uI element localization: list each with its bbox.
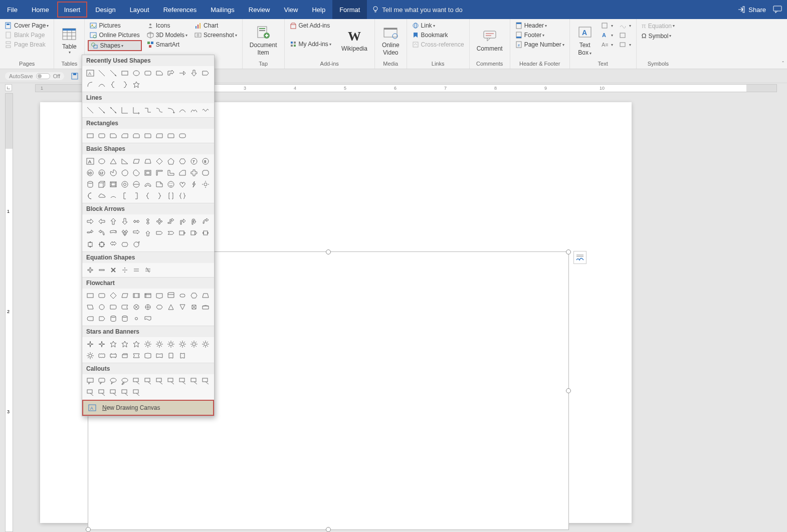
shape-arrows-grid-9[interactable] — [189, 216, 199, 226]
shape-lbrace[interactable] — [108, 80, 118, 90]
shape-textbox2[interactable]: A — [85, 156, 95, 166]
shape-stars-grid-4[interactable] — [131, 339, 141, 349]
shape-flowchart-grid-21[interactable] — [201, 302, 211, 312]
shape-rbrace[interactable] — [120, 80, 130, 90]
vertical-ruler[interactable]: 1 2 3 — [5, 93, 13, 532]
shape-diagonal[interactable] — [177, 168, 187, 178]
shape-arrows-grid-22[interactable] — [85, 239, 95, 249]
shape-noentry[interactable] — [131, 179, 141, 189]
shape-flowchart-grid-8[interactable] — [177, 291, 187, 301]
tell-me-search[interactable]: Tell me what you want to do — [372, 0, 462, 19]
shapes-button[interactable]: Shapes▾ — [88, 40, 141, 51]
shape-callouts-grid-6[interactable] — [154, 376, 164, 386]
shape-flowchart-grid-16[interactable] — [143, 302, 153, 312]
shape-arc2[interactable] — [108, 191, 118, 201]
shape-chord[interactable] — [120, 168, 130, 178]
shape-rect-8[interactable] — [166, 131, 176, 141]
shape-dblbrace[interactable] — [177, 191, 187, 201]
shape-stars-grid-16[interactable] — [143, 351, 153, 361]
shape-stars-grid-15[interactable] — [131, 351, 141, 361]
text-box-button[interactable]: A TextBox▾ — [573, 21, 597, 60]
shape-down-arrow[interactable] — [189, 68, 199, 78]
shape-equation-grid-2[interactable] — [108, 265, 118, 275]
footer-button[interactable]: Footer▾ — [513, 31, 566, 40]
shape-star[interactable] — [131, 80, 141, 90]
shape-line-1[interactable] — [85, 105, 95, 115]
shape-rtriangle[interactable] — [120, 156, 130, 166]
shape-flowchart-grid-0[interactable] — [85, 291, 95, 301]
shape-sun[interactable] — [201, 179, 211, 189]
menu-view[interactable]: View — [277, 0, 305, 19]
shape-callouts-grid-13[interactable] — [108, 388, 118, 398]
shape-pentagon[interactable] — [166, 156, 176, 166]
shape-flowchart-grid-11[interactable] — [85, 302, 95, 312]
shape-cube[interactable] — [97, 179, 107, 189]
shape-decagon[interactable]: 10 — [85, 168, 95, 178]
shape-elbow-double[interactable] — [143, 105, 153, 115]
shape-flowchart-grid-18[interactable] — [166, 302, 176, 312]
online-video-button[interactable]: OnlineVideo — [378, 21, 404, 60]
shape-arrows-grid-10[interactable] — [201, 216, 211, 226]
quick-parts-button[interactable]: ▾ — [599, 21, 615, 30]
shape-plaque[interactable] — [201, 168, 211, 178]
shape-stars-grid-3[interactable] — [120, 339, 130, 349]
shape-flowchart-grid-1[interactable] — [97, 291, 107, 301]
shape-rbrace2[interactable] — [154, 191, 164, 201]
document-item-button[interactable]: DocumentItem — [246, 21, 281, 60]
shape-snip-corner[interactable] — [154, 68, 164, 78]
menu-format[interactable]: Format — [332, 0, 367, 19]
shape-frame[interactable] — [143, 168, 153, 178]
shape-curve-arrow[interactable] — [166, 105, 176, 115]
menu-review[interactable]: Review — [242, 0, 277, 19]
shape-pentagon-arrow[interactable] — [201, 68, 211, 78]
shape-curve-double[interactable] — [177, 105, 187, 115]
shape-callouts-grid-3[interactable] — [120, 376, 130, 386]
shape-elbow-arrow[interactable] — [131, 105, 141, 115]
shape-arrows-grid-6[interactable] — [154, 216, 164, 226]
blank-page-button[interactable]: Blank Page — [3, 31, 51, 40]
shape-rect-4[interactable] — [120, 131, 130, 141]
resize-handle-bl[interactable] — [86, 527, 91, 532]
resize-handle-tm[interactable] — [326, 249, 331, 254]
smartart-button[interactable]: SmartArt — [145, 40, 189, 49]
shape-callouts-grid-5[interactable] — [143, 376, 153, 386]
shape-cloud[interactable] — [97, 191, 107, 201]
shape-callouts-grid-14[interactable] — [120, 388, 130, 398]
shape-hexagon[interactable] — [177, 156, 187, 166]
shape-arrows-grid-16[interactable] — [143, 228, 153, 238]
shape-arc[interactable] — [85, 80, 95, 90]
shape-rect-5[interactable] — [131, 131, 141, 141]
menu-layout[interactable]: Layout — [123, 0, 156, 19]
shape-flowchart-grid-10[interactable] — [201, 291, 211, 301]
shape-line-3[interactable] — [108, 105, 118, 115]
shape-arrows-grid-15[interactable] — [131, 228, 141, 238]
shape-elbow[interactable] — [120, 105, 130, 115]
shape-line-2[interactable] — [97, 105, 107, 115]
shape-stars-grid-11[interactable] — [85, 351, 95, 361]
shape-arrows-grid-23[interactable] — [97, 239, 107, 249]
shape-stars-grid-10[interactable] — [201, 339, 211, 349]
shape-flowchart-grid-24[interactable] — [108, 314, 118, 324]
wordart-button[interactable]: A▾ — [599, 31, 615, 40]
shape-stars-grid-19[interactable] — [177, 351, 187, 361]
shape-equation-grid-0[interactable] — [85, 265, 95, 275]
shape-flowchart-grid-5[interactable] — [143, 291, 153, 301]
shape-stars-grid-6[interactable] — [154, 339, 164, 349]
shape-flowchart-grid-25[interactable] — [120, 314, 130, 324]
page-number-button[interactable]: # Page Number▾ — [513, 40, 566, 49]
shape-stars-grid-17[interactable] — [154, 351, 164, 361]
shape-line[interactable] — [97, 68, 107, 78]
shape-arrows-grid-8[interactable] — [177, 216, 187, 226]
shape-flowchart-grid-3[interactable] — [120, 291, 130, 301]
shape-flowchart-grid-4[interactable] — [131, 291, 141, 301]
menu-insert[interactable]: Insert — [57, 2, 88, 18]
shape-flowchart-grid-12[interactable] — [97, 302, 107, 312]
shape-rect-2[interactable] — [97, 131, 107, 141]
shape-oval[interactable] — [131, 68, 141, 78]
shape-lbrace2[interactable] — [143, 191, 153, 201]
autosave-toggle[interactable]: AutoSave Off — [5, 72, 64, 80]
shape-arrows-grid-11[interactable] — [85, 228, 95, 238]
shape-line-arrow[interactable] — [108, 68, 118, 78]
shape-stars-grid-12[interactable] — [97, 351, 107, 361]
shape-arrows-grid-2[interactable] — [108, 216, 118, 226]
